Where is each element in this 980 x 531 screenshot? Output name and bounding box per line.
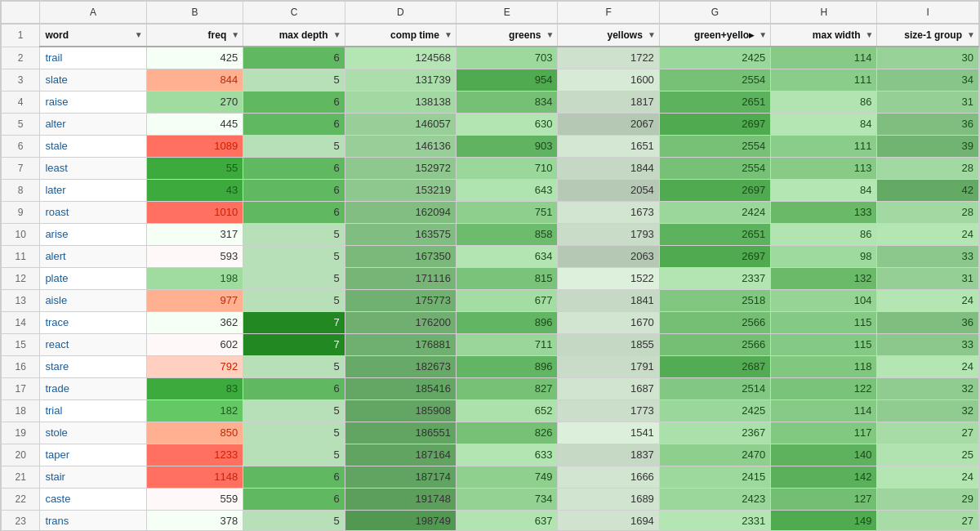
cell-freq: 1089 — [146, 136, 243, 158]
cell-greens: 703 — [456, 47, 557, 69]
cell-freq: 977 — [146, 290, 243, 312]
cell-comp-time: 131739 — [345, 69, 456, 91]
cell-freq: 317 — [146, 224, 243, 246]
col-comp-header[interactable]: comp time ▼ — [345, 24, 456, 47]
cell-word[interactable]: trans — [40, 511, 146, 532]
table-row: 8 later 43 6 153219 643 2054 2697 84 42 — [2, 180, 979, 202]
col-header-H[interactable]: H — [771, 2, 877, 25]
row-number: 12 — [2, 268, 40, 290]
col-letter-row: A B C D E F G H I — [2, 2, 979, 25]
col-size-header[interactable]: size-1 group ▼ — [877, 24, 979, 47]
cell-greens: 903 — [456, 136, 557, 158]
cell-word[interactable]: later — [40, 180, 146, 202]
yellows-filter-icon[interactable]: ▼ — [648, 26, 656, 44]
cell-word[interactable]: roast — [40, 202, 146, 224]
col-gy-header[interactable]: green+yello▸ ▼ — [659, 24, 770, 47]
cell-freq: 43 — [146, 180, 243, 202]
gy-filter-icon[interactable]: ▼ — [759, 26, 767, 44]
cell-freq: 850 — [146, 422, 243, 444]
col-header-D[interactable]: D — [345, 2, 456, 25]
cell-greens: 827 — [456, 378, 557, 400]
cell-comp-time: 153219 — [345, 180, 456, 202]
table-row: 13 aisle 977 5 175773 677 1841 2518 104 … — [2, 290, 979, 312]
col-header-C[interactable]: C — [243, 2, 345, 25]
col-greens-header[interactable]: greens ▼ — [456, 24, 557, 47]
cell-green-yellow: 2331 — [659, 511, 770, 532]
cell-word[interactable]: stair — [40, 466, 146, 489]
cell-word[interactable]: stare — [40, 356, 146, 378]
cell-comp-time: 191748 — [345, 489, 456, 511]
table-row: 10 arise 317 5 163575 858 1793 2651 86 2… — [2, 224, 979, 246]
cell-word[interactable]: trade — [40, 378, 146, 400]
table-row: 18 trial 182 5 185908 652 1773 2425 114 … — [2, 400, 979, 422]
col-header-G[interactable]: G — [659, 2, 770, 25]
freq-filter-icon[interactable]: ▼ — [231, 26, 239, 44]
col-header-I[interactable]: I — [877, 2, 979, 25]
cell-depth: 6 — [243, 378, 345, 400]
cell-yellows: 1844 — [558, 158, 659, 180]
cell-word[interactable]: alert — [40, 246, 146, 268]
row-number: 13 — [2, 290, 40, 312]
col-header-F[interactable]: F — [558, 2, 659, 25]
row-number: 3 — [2, 69, 40, 91]
cell-yellows: 1651 — [558, 136, 659, 158]
cell-freq: 559 — [146, 489, 243, 511]
cell-word[interactable]: stale — [40, 136, 146, 158]
cell-size1-group: 29 — [877, 489, 979, 511]
maxw-filter-icon[interactable]: ▼ — [866, 26, 874, 44]
cell-word[interactable]: least — [40, 158, 146, 180]
cell-word[interactable]: react — [40, 334, 146, 356]
greens-filter-icon[interactable]: ▼ — [546, 26, 555, 44]
cell-size1-group: 33 — [877, 246, 979, 268]
cell-word[interactable]: stole — [40, 422, 146, 444]
cell-size1-group: 33 — [877, 334, 979, 356]
row-number: 21 — [2, 466, 40, 489]
cell-freq: 83 — [146, 378, 243, 400]
header-row-num: 1 — [2, 24, 40, 47]
cell-green-yellow: 2518 — [659, 290, 770, 312]
size-filter-icon[interactable]: ▼ — [967, 26, 975, 44]
col-word-header[interactable]: word ▼ — [40, 24, 146, 47]
col-header-A[interactable]: A — [40, 2, 146, 25]
cell-comp-time: 162094 — [345, 202, 456, 224]
cell-max-width: 115 — [771, 312, 877, 334]
depth-filter-icon[interactable]: ▼ — [333, 26, 341, 44]
cell-word[interactable]: trial — [40, 400, 146, 422]
cell-word[interactable]: arise — [40, 224, 146, 246]
col-depth-header[interactable]: max depth ▼ — [243, 24, 345, 47]
cell-word[interactable]: slate — [40, 69, 146, 91]
cell-yellows: 1855 — [558, 334, 659, 356]
comp-filter-icon[interactable]: ▼ — [444, 26, 452, 44]
cell-word[interactable]: alter — [40, 114, 146, 136]
cell-word[interactable]: plate — [40, 268, 146, 290]
col-header-E[interactable]: E — [456, 2, 557, 25]
cell-word[interactable]: raise — [40, 91, 146, 114]
cell-green-yellow: 2554 — [659, 69, 770, 91]
cell-max-width: 113 — [771, 158, 877, 180]
cell-word[interactable]: trace — [40, 312, 146, 334]
cell-freq: 270 — [146, 91, 243, 114]
cell-word[interactable]: taper — [40, 444, 146, 466]
cell-yellows: 1689 — [558, 489, 659, 511]
spreadsheet: A B C D E F G H I 1 word ▼ freq ▼ — [0, 0, 980, 531]
cell-comp-time: 167350 — [345, 246, 456, 268]
row-number: 22 — [2, 489, 40, 511]
col-yellows-header[interactable]: yellows ▼ — [558, 24, 659, 47]
col-header-B[interactable]: B — [146, 2, 243, 25]
cell-comp-time: 124568 — [345, 47, 456, 69]
col-maxw-header[interactable]: max width ▼ — [771, 24, 877, 47]
cell-yellows: 1694 — [558, 511, 659, 532]
cell-word[interactable]: caste — [40, 489, 146, 511]
word-filter-icon[interactable]: ▼ — [135, 26, 143, 44]
cell-greens: 815 — [456, 268, 557, 290]
cell-comp-time: 171116 — [345, 268, 456, 290]
cell-green-yellow: 2367 — [659, 422, 770, 444]
cell-size1-group: 31 — [877, 91, 979, 114]
cell-word[interactable]: trail — [40, 47, 146, 69]
cell-yellows: 2063 — [558, 246, 659, 268]
cell-word[interactable]: aisle — [40, 290, 146, 312]
col-freq-header[interactable]: freq ▼ — [146, 24, 243, 47]
cell-yellows: 1837 — [558, 444, 659, 466]
table-row: 5 alter 445 6 146057 630 2067 2697 84 36 — [2, 114, 979, 136]
cell-size1-group: 24 — [877, 224, 979, 246]
